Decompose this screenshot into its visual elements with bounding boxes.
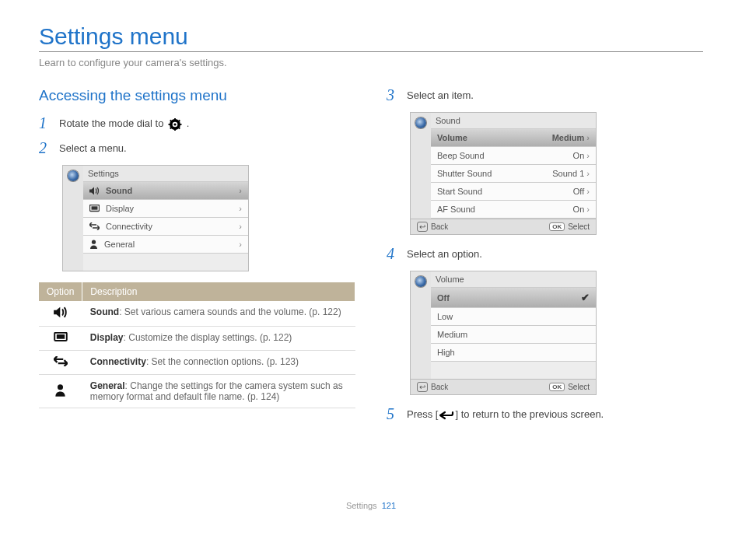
step-number: 2 [39, 140, 51, 156]
chevron-right-icon: › [239, 204, 242, 213]
volume-panel-title: Volume [436, 275, 464, 284]
th-option: Option [39, 282, 82, 301]
svg-rect-6 [180, 124, 181, 125]
volume-option-medium[interactable]: Medium [431, 326, 596, 344]
page-title: Settings menu [39, 23, 703, 52]
volume-option-off[interactable]: Off ✔ [431, 288, 596, 308]
step-1-text-tail: . [187, 117, 190, 129]
step-1: 1 Rotate the mode dial to [39, 115, 355, 131]
ok-icon: OK [549, 383, 565, 391]
sound-row-beep[interactable]: Beep Sound On › [431, 147, 596, 165]
connectivity-icon [89, 222, 100, 230]
checkmark-icon: ✔ [581, 292, 590, 303]
chevron-right-icon: › [586, 187, 590, 196]
connectivity-icon [54, 356, 68, 366]
settings-panel-title: Settings [88, 169, 119, 178]
footer-page-number: 121 [382, 501, 396, 510]
section-title: Accessing the settings menu [39, 87, 355, 104]
general-icon [54, 383, 66, 397]
page-footer: Settings 121 [39, 501, 703, 510]
svg-point-13 [92, 240, 96, 244]
step-5: 5 Press [] to return to the previous scr… [387, 406, 703, 422]
chevron-right-icon: › [239, 186, 242, 195]
back-arrow-icon: ↩ [417, 222, 428, 232]
select-label: Select [568, 383, 590, 391]
svg-rect-15 [57, 334, 65, 339]
display-icon [89, 205, 100, 212]
svg-rect-3 [174, 118, 176, 120]
chevron-right-icon: › [586, 133, 590, 142]
step-5-text-a: Press [ [407, 408, 438, 420]
select-label: Select [568, 222, 590, 231]
step-4-text: Select an option. [407, 246, 482, 261]
svg-point-16 [58, 384, 63, 390]
settings-row-connectivity[interactable]: Connectivity › [83, 218, 248, 236]
volume-panel: Volume Off ✔ Low Medium High ↩Back OKSel… [410, 271, 597, 395]
svg-point-2 [173, 123, 176, 125]
step-3-text: Select an item. [407, 87, 474, 103]
sound-icon [54, 306, 68, 318]
left-column: Accessing the settings menu 1 Rotate the… [39, 87, 355, 431]
step-number: 5 [387, 406, 399, 422]
settings-row-sound[interactable]: Sound › [83, 182, 248, 200]
sound-icon [89, 187, 100, 195]
settings-row-general[interactable]: General › [83, 236, 248, 254]
general-icon [89, 240, 98, 249]
step-number: 3 [387, 87, 399, 103]
step-1-text: Rotate the mode dial to [59, 117, 166, 129]
sound-panel-title: Sound [436, 116, 460, 125]
page-subtitle: Learn to configure your camera's setting… [39, 57, 703, 68]
chevron-right-icon: › [586, 169, 590, 178]
settings-row-display[interactable]: Display › [83, 200, 248, 218]
chevron-right-icon: › [239, 240, 242, 249]
step-5-text-b: ] to return to the previous screen. [455, 408, 604, 420]
sound-row-shutter[interactable]: Shutter Sound Sound 1 › [431, 165, 596, 183]
svg-rect-5 [169, 124, 170, 125]
volume-option-high[interactable]: High [431, 344, 596, 362]
back-arrow-icon: ↩ [417, 382, 428, 392]
settings-panel: Settings Sound › Display [62, 165, 249, 271]
return-arrow-icon [438, 410, 455, 421]
chevron-right-icon: › [239, 222, 242, 231]
chevron-right-icon: › [586, 205, 590, 214]
volume-option-low[interactable]: Low [431, 308, 596, 326]
display-icon [54, 332, 68, 342]
step-3: 3 Select an item. [387, 87, 703, 103]
mode-dial-gear-icon [166, 118, 184, 131]
step-number: 4 [387, 246, 399, 261]
back-label: Back [431, 383, 448, 391]
sound-row-start[interactable]: Start Sound Off › [431, 183, 596, 201]
sound-row-af[interactable]: AF Sound On › [431, 201, 596, 219]
svg-rect-4 [174, 128, 176, 130]
step-2: 2 Select a menu. [39, 140, 355, 156]
lens-icon [415, 276, 426, 287]
sound-panel: Sound Volume Medium › Beep Sound On › Sh… [410, 112, 597, 235]
lens-icon [68, 170, 79, 181]
th-description: Description [82, 282, 355, 301]
step-2-text: Select a menu. [59, 140, 127, 156]
lens-icon [415, 117, 426, 128]
chevron-right-icon: › [586, 151, 590, 160]
step-4: 4 Select an option. [387, 246, 703, 261]
ok-icon: OK [549, 222, 565, 231]
footer-section: Settings [346, 501, 377, 510]
back-label: Back [431, 222, 448, 231]
sound-row-volume[interactable]: Volume Medium › [431, 129, 596, 147]
description-table: Option Description Sound: Set various ca… [39, 282, 355, 408]
step-number: 1 [39, 115, 51, 131]
svg-rect-12 [92, 206, 98, 209]
right-column: 3 Select an item. Sound Volume Medium › … [387, 87, 703, 431]
